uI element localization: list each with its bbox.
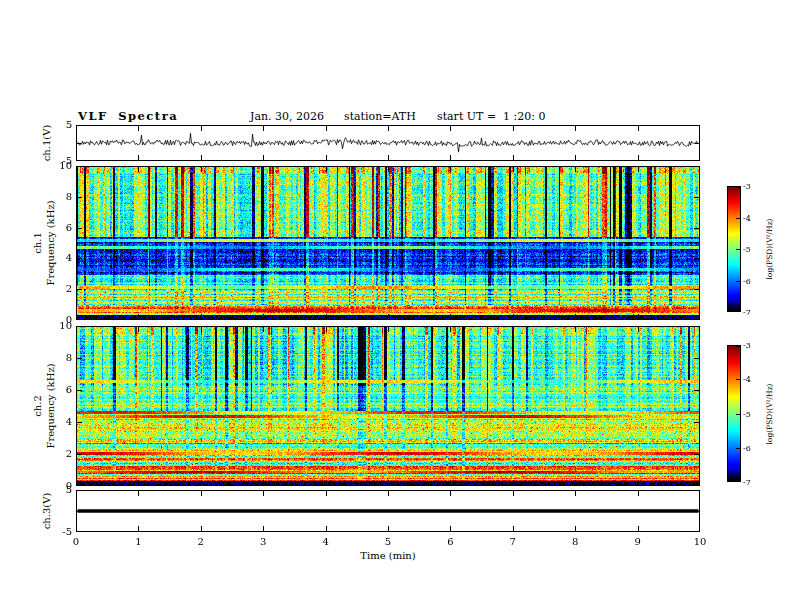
x-tick-mark (388, 480, 389, 485)
x-tick-mark (326, 155, 327, 160)
figure-title: VLF Spectra (78, 109, 178, 123)
x-tick-mark (513, 167, 514, 172)
x-tick-label: 6 (447, 536, 453, 547)
x-tick-mark (513, 526, 514, 531)
colorbar-tick-mark (736, 480, 740, 481)
x-tick-mark (450, 314, 451, 319)
colorbar-ch1-label: log(PSD)(V²/Hz) (765, 218, 774, 279)
x-tick-label: 9 (634, 536, 640, 547)
y-tick-mark (77, 143, 81, 144)
x-tick-mark (326, 327, 327, 332)
x-tick-mark (513, 126, 514, 131)
y-tick-mark (694, 454, 699, 455)
y-tick-mark (77, 422, 82, 423)
colorbar-tick-label: -3 (743, 341, 751, 350)
colorbar-tick-label: -4 (743, 214, 751, 223)
x-tick-mark (513, 491, 514, 496)
y-tick-label: 10 (48, 160, 72, 171)
colorbar-tick-mark (736, 249, 740, 250)
ch1-spectrogram-panel (76, 166, 700, 320)
x-tick-mark (450, 167, 451, 172)
header-date: Jan. 30, 2026 (250, 110, 324, 123)
x-tick-mark (575, 480, 576, 485)
y-tick-mark (694, 358, 699, 359)
x-tick-mark (450, 491, 451, 496)
y-tick-mark (77, 390, 82, 391)
colorbar-tick-mark (736, 448, 740, 449)
y-tick-label: 8 (48, 191, 72, 202)
y-tick-mark (694, 258, 699, 259)
x-tick-label: 3 (260, 536, 266, 547)
y-tick-mark (694, 390, 699, 391)
colorbar-tick-mark (736, 281, 740, 282)
x-tick-mark (575, 314, 576, 319)
x-tick-mark (638, 155, 639, 160)
y-tick-mark (695, 511, 699, 512)
ch1-spec-channel-label: ch.1 (32, 232, 43, 254)
x-tick-label: 1 (135, 536, 141, 547)
x-tick-mark (388, 491, 389, 496)
y-tick-label: 5 (48, 484, 72, 495)
x-tick-mark (450, 126, 451, 131)
y-tick-label: -5 (48, 526, 72, 537)
x-tick-mark (326, 491, 327, 496)
x-tick-mark (138, 526, 139, 531)
y-tick-mark (77, 358, 82, 359)
x-tick-mark (138, 314, 139, 319)
colorbar-tick-label: -4 (743, 375, 751, 384)
x-tick-mark (575, 327, 576, 332)
x-tick-mark (638, 314, 639, 319)
x-tick-mark (638, 526, 639, 531)
x-tick-mark (138, 491, 139, 496)
ch1-spectrogram-canvas (77, 167, 699, 319)
x-tick-mark (326, 167, 327, 172)
x-tick-mark (575, 526, 576, 531)
x-tick-mark (138, 480, 139, 485)
ch2-spec-frequency-label: Frequency (kHz) (45, 363, 56, 448)
x-tick-label: 0 (73, 536, 79, 547)
y-tick-label: 2 (48, 283, 72, 294)
x-tick-mark (201, 155, 202, 160)
x-tick-mark (513, 327, 514, 332)
y-tick-mark (77, 197, 82, 198)
ch2-spectrogram-panel (76, 326, 700, 486)
x-tick-mark (388, 155, 389, 160)
y-tick-mark (694, 197, 699, 198)
x-tick-mark (263, 526, 264, 531)
y-tick-mark (77, 289, 82, 290)
colorbar-tick-mark (736, 218, 740, 219)
ch3-waveform-canvas (77, 491, 699, 531)
x-tick-mark (638, 126, 639, 131)
y-tick-mark (77, 454, 82, 455)
x-tick-mark (263, 155, 264, 160)
x-tick-mark (263, 327, 264, 332)
colorbar-tick-mark (736, 379, 740, 380)
colorbar-tick-label: -6 (743, 277, 751, 286)
x-tick-mark (638, 491, 639, 496)
y-tick-mark (695, 143, 699, 144)
ch3-wave-ylabel: ch.3(V) (41, 493, 52, 530)
y-tick-label: 2 (48, 448, 72, 459)
colorbar-tick-label: -3 (743, 182, 751, 191)
x-tick-mark (513, 155, 514, 160)
header-start-ut: start UT = 1 :20: 0 (437, 110, 546, 123)
x-tick-label: 5 (385, 536, 391, 547)
x-tick-mark (575, 126, 576, 131)
colorbar-tick-label: -6 (743, 444, 751, 453)
x-tick-label: 7 (510, 536, 516, 547)
colorbar-tick-label: -5 (743, 410, 751, 419)
x-tick-mark (450, 480, 451, 485)
x-tick-mark (638, 480, 639, 485)
x-tick-mark (201, 126, 202, 131)
y-tick-mark (694, 228, 699, 229)
x-tick-mark (450, 526, 451, 531)
colorbar-tick-mark (736, 310, 740, 311)
ch1-spec-frequency-label: Frequency (kHz) (45, 200, 56, 285)
x-tick-mark (575, 155, 576, 160)
colorbar-tick-label: -5 (743, 245, 751, 254)
y-tick-mark (694, 289, 699, 290)
x-axis-title: Time (min) (360, 550, 415, 561)
x-tick-mark (326, 480, 327, 485)
x-tick-mark (201, 526, 202, 531)
colorbar-tick-mark (736, 414, 740, 415)
